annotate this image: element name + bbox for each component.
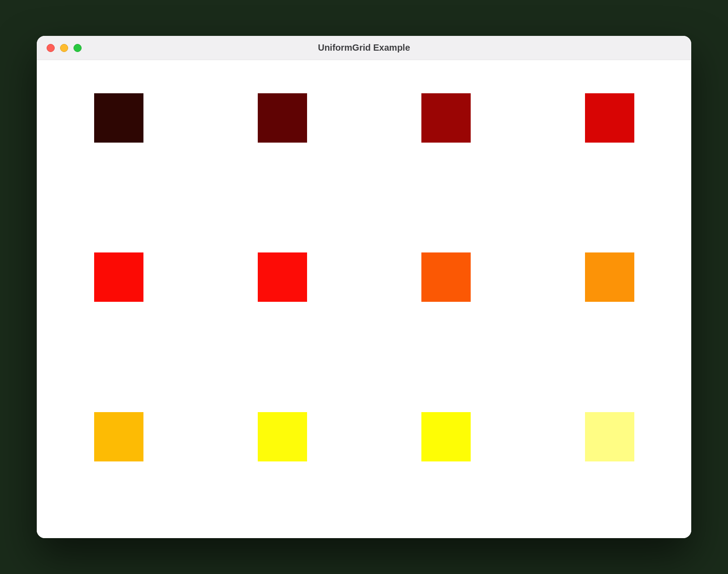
grid-cell [528,219,691,378]
grid-cell [364,219,528,378]
app-window: UniformGrid Example [37,36,691,538]
grid-cell [364,379,528,538]
color-swatch [585,252,634,302]
minimize-icon[interactable] [60,44,68,52]
color-swatch [258,412,307,461]
traffic-lights [37,44,82,52]
color-swatch [585,412,634,461]
color-swatch [94,412,143,461]
grid-cell [528,60,691,219]
grid-cell [200,219,364,378]
color-swatch [258,93,307,143]
color-swatch [94,93,143,143]
grid-cell [528,379,691,538]
color-swatch [421,93,471,143]
color-swatch [258,252,307,302]
color-swatch [421,412,471,461]
window-content [37,60,691,538]
grid-cell [200,379,364,538]
grid-cell [37,60,200,219]
grid-cell [37,219,200,378]
color-swatch [421,252,471,302]
titlebar[interactable]: UniformGrid Example [37,36,691,60]
maximize-icon[interactable] [74,44,82,52]
close-icon[interactable] [47,44,55,52]
window-title: UniformGrid Example [37,43,691,53]
grid-cell [37,379,200,538]
uniform-grid [37,60,691,538]
grid-cell [200,60,364,219]
grid-cell [364,60,528,219]
color-swatch [585,93,634,143]
color-swatch [94,252,143,302]
